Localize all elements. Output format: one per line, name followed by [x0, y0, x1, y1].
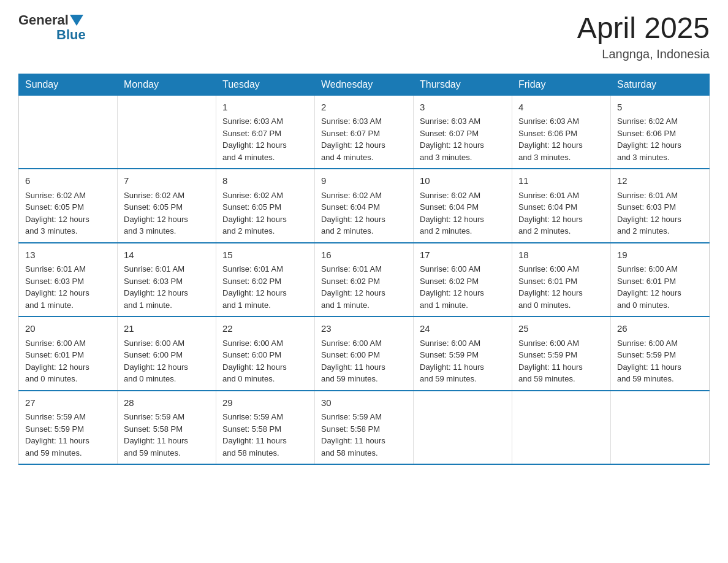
day-info: Sunrise: 6:01 AM Sunset: 6:02 PM Dayligh…: [222, 263, 308, 311]
calendar-cell: 6Sunrise: 6:02 AM Sunset: 6:05 PM Daylig…: [19, 169, 118, 243]
day-of-week-header: Tuesday: [216, 74, 315, 95]
calendar-cell: [611, 391, 710, 465]
day-info: Sunrise: 6:01 AM Sunset: 6:03 PM Dayligh…: [25, 263, 111, 311]
day-of-week-header: Wednesday: [315, 74, 414, 95]
day-of-week-header: Thursday: [414, 74, 512, 95]
day-number: 26: [617, 322, 703, 336]
day-info: Sunrise: 6:02 AM Sunset: 6:04 PM Dayligh…: [420, 190, 506, 237]
day-info: Sunrise: 5:59 AM Sunset: 5:58 PM Dayligh…: [124, 411, 210, 459]
day-info: Sunrise: 5:59 AM Sunset: 5:58 PM Dayligh…: [321, 411, 407, 459]
title-section: April 2025 Langnga, Indonesia: [577, 12, 710, 61]
calendar-week-row: 6Sunrise: 6:02 AM Sunset: 6:05 PM Daylig…: [19, 169, 710, 243]
svg-marker-0: [70, 15, 83, 26]
day-number: 9: [321, 174, 407, 188]
day-number: 17: [420, 248, 506, 262]
day-info: Sunrise: 6:00 AM Sunset: 6:01 PM Dayligh…: [518, 263, 604, 311]
day-info: Sunrise: 6:02 AM Sunset: 6:05 PM Dayligh…: [124, 190, 210, 237]
day-info: Sunrise: 6:02 AM Sunset: 6:05 PM Dayligh…: [25, 190, 111, 237]
day-of-week-header: Monday: [118, 74, 216, 95]
day-number: 19: [617, 248, 703, 262]
day-of-week-header: Saturday: [611, 74, 710, 95]
day-number: 18: [518, 248, 604, 262]
calendar-cell: 3Sunrise: 6:03 AM Sunset: 6:07 PM Daylig…: [414, 95, 512, 169]
calendar-cell: 27Sunrise: 5:59 AM Sunset: 5:59 PM Dayli…: [19, 391, 118, 465]
calendar-cell: 30Sunrise: 5:59 AM Sunset: 5:58 PM Dayli…: [315, 391, 414, 465]
calendar-cell: 19Sunrise: 6:00 AM Sunset: 6:01 PM Dayli…: [611, 243, 710, 317]
calendar-cell: 11Sunrise: 6:01 AM Sunset: 6:04 PM Dayli…: [512, 169, 611, 243]
logo-blue-text: Blue: [56, 27, 86, 43]
location-subtitle: Langnga, Indonesia: [577, 47, 710, 61]
day-number: 5: [617, 101, 703, 115]
day-number: 28: [124, 396, 210, 410]
day-info: Sunrise: 6:02 AM Sunset: 6:05 PM Dayligh…: [222, 190, 308, 237]
calendar-cell: 25Sunrise: 6:00 AM Sunset: 5:59 PM Dayli…: [512, 316, 611, 391]
logo-triangle-icon: [70, 15, 83, 26]
day-number: 24: [420, 322, 506, 336]
page-header: General Blue April 2025 Langnga, Indones…: [18, 12, 710, 61]
calendar-cell: 9Sunrise: 6:02 AM Sunset: 6:04 PM Daylig…: [315, 169, 414, 243]
day-number: 30: [321, 396, 407, 410]
calendar-table: SundayMondayTuesdayWednesdayThursdayFrid…: [18, 74, 710, 465]
day-number: 27: [25, 396, 111, 410]
day-info: Sunrise: 6:00 AM Sunset: 6:02 PM Dayligh…: [420, 263, 506, 311]
calendar-cell: 21Sunrise: 6:00 AM Sunset: 6:00 PM Dayli…: [118, 316, 216, 391]
day-info: Sunrise: 6:00 AM Sunset: 5:59 PM Dayligh…: [420, 337, 506, 385]
day-number: 13: [25, 248, 111, 262]
day-number: 11: [518, 174, 604, 188]
calendar-cell: 15Sunrise: 6:01 AM Sunset: 6:02 PM Dayli…: [216, 243, 315, 317]
day-number: 16: [321, 248, 407, 262]
month-year-title: April 2025: [577, 12, 710, 45]
calendar-cell: 28Sunrise: 5:59 AM Sunset: 5:58 PM Dayli…: [118, 391, 216, 465]
day-of-week-header: Sunday: [19, 74, 118, 95]
calendar-cell: 26Sunrise: 6:00 AM Sunset: 5:59 PM Dayli…: [611, 316, 710, 391]
calendar-cell: 13Sunrise: 6:01 AM Sunset: 6:03 PM Dayli…: [19, 243, 118, 317]
calendar-week-row: 20Sunrise: 6:00 AM Sunset: 6:01 PM Dayli…: [19, 316, 710, 391]
day-info: Sunrise: 6:03 AM Sunset: 6:07 PM Dayligh…: [420, 115, 506, 163]
calendar-cell: 24Sunrise: 6:00 AM Sunset: 5:59 PM Dayli…: [414, 316, 512, 391]
calendar-cell: 18Sunrise: 6:00 AM Sunset: 6:01 PM Dayli…: [512, 243, 611, 317]
calendar-header: SundayMondayTuesdayWednesdayThursdayFrid…: [19, 74, 710, 95]
day-info: Sunrise: 6:01 AM Sunset: 6:02 PM Dayligh…: [321, 263, 407, 311]
day-info: Sunrise: 6:01 AM Sunset: 6:04 PM Dayligh…: [518, 190, 604, 237]
day-number: 1: [222, 101, 308, 115]
calendar-week-row: 13Sunrise: 6:01 AM Sunset: 6:03 PM Dayli…: [19, 243, 710, 317]
day-info: Sunrise: 6:00 AM Sunset: 6:00 PM Dayligh…: [124, 337, 210, 385]
logo: General Blue: [18, 12, 86, 43]
calendar-cell: 8Sunrise: 6:02 AM Sunset: 6:05 PM Daylig…: [216, 169, 315, 243]
calendar-week-row: 27Sunrise: 5:59 AM Sunset: 5:59 PM Dayli…: [19, 391, 710, 465]
day-number: 4: [518, 101, 604, 115]
day-number: 29: [222, 396, 308, 410]
calendar-cell: 17Sunrise: 6:00 AM Sunset: 6:02 PM Dayli…: [414, 243, 512, 317]
day-info: Sunrise: 6:03 AM Sunset: 6:07 PM Dayligh…: [321, 115, 407, 163]
calendar-cell: 16Sunrise: 6:01 AM Sunset: 6:02 PM Dayli…: [315, 243, 414, 317]
day-number: 14: [124, 248, 210, 262]
day-info: Sunrise: 5:59 AM Sunset: 5:59 PM Dayligh…: [25, 411, 111, 459]
day-info: Sunrise: 6:01 AM Sunset: 6:03 PM Dayligh…: [617, 190, 703, 237]
day-info: Sunrise: 6:03 AM Sunset: 6:07 PM Dayligh…: [222, 115, 308, 163]
calendar-cell: [512, 391, 611, 465]
day-number: 12: [617, 174, 703, 188]
calendar-cell: 14Sunrise: 6:01 AM Sunset: 6:03 PM Dayli…: [118, 243, 216, 317]
calendar-cell: [19, 95, 118, 169]
day-number: 23: [321, 322, 407, 336]
calendar-cell: 10Sunrise: 6:02 AM Sunset: 6:04 PM Dayli…: [414, 169, 512, 243]
calendar-cell: 4Sunrise: 6:03 AM Sunset: 6:06 PM Daylig…: [512, 95, 611, 169]
calendar-cell: 20Sunrise: 6:00 AM Sunset: 6:01 PM Dayli…: [19, 316, 118, 391]
day-number: 22: [222, 322, 308, 336]
day-info: Sunrise: 6:02 AM Sunset: 6:04 PM Dayligh…: [321, 190, 407, 237]
calendar-cell: 22Sunrise: 6:00 AM Sunset: 6:00 PM Dayli…: [216, 316, 315, 391]
logo-general-text: General: [18, 12, 69, 28]
day-info: Sunrise: 6:03 AM Sunset: 6:06 PM Dayligh…: [518, 115, 604, 163]
calendar-cell: 23Sunrise: 6:00 AM Sunset: 6:00 PM Dayli…: [315, 316, 414, 391]
day-info: Sunrise: 6:00 AM Sunset: 5:59 PM Dayligh…: [617, 337, 703, 385]
day-of-week-header: Friday: [512, 74, 611, 95]
day-number: 20: [25, 322, 111, 336]
day-info: Sunrise: 6:01 AM Sunset: 6:03 PM Dayligh…: [124, 263, 210, 311]
calendar-cell: [414, 391, 512, 465]
day-number: 7: [124, 174, 210, 188]
day-number: 3: [420, 101, 506, 115]
calendar-cell: 5Sunrise: 6:02 AM Sunset: 6:06 PM Daylig…: [611, 95, 710, 169]
calendar-cell: 29Sunrise: 5:59 AM Sunset: 5:58 PM Dayli…: [216, 391, 315, 465]
day-info: Sunrise: 6:00 AM Sunset: 6:00 PM Dayligh…: [222, 337, 308, 385]
day-number: 15: [222, 248, 308, 262]
